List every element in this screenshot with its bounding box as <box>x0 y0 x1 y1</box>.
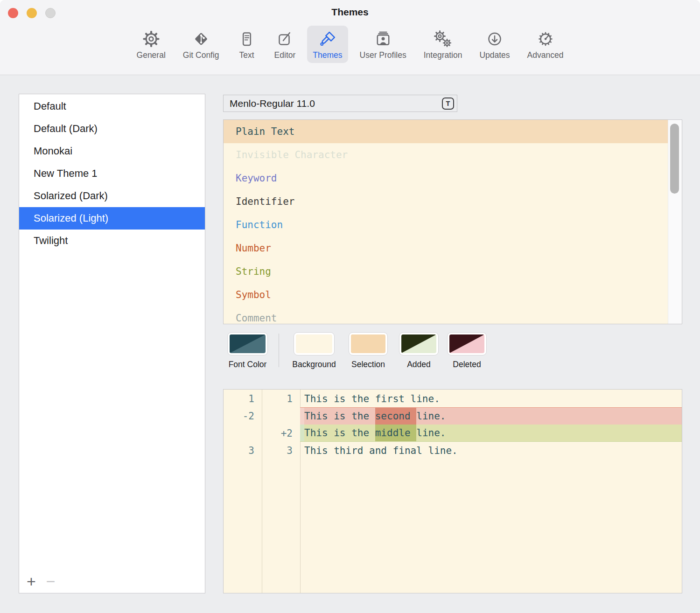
swatch-fill <box>449 334 484 353</box>
font-field[interactable]: Menlo-Regular 11.0 T <box>223 95 457 112</box>
toolbar-item-label: Text <box>239 50 254 60</box>
titlebar-toolbar: Themes General Git Config <box>0 0 700 75</box>
added-swatch[interactable] <box>399 332 439 355</box>
gears-icon <box>433 29 453 49</box>
theme-item-new-theme-1[interactable]: New Theme 1 <box>19 162 205 185</box>
theme-list-actions: + − <box>27 573 56 589</box>
token-row-plain-text[interactable]: Plain Text <box>224 120 682 143</box>
background-swatch[interactable] <box>294 332 335 355</box>
token-label: Comment <box>236 313 277 324</box>
swatch-triangle <box>230 334 266 353</box>
scrollbar-track[interactable] <box>668 120 682 324</box>
token-row-symbol[interactable]: Symbol <box>224 283 682 306</box>
deleted-swatch[interactable] <box>447 332 487 355</box>
remove-theme-button[interactable]: − <box>46 573 56 589</box>
theme-item-label: New Theme 1 <box>34 167 98 180</box>
diff-line-deleted: -2 This is the second line. <box>224 407 682 425</box>
theme-item-label: Twilight <box>34 235 68 247</box>
old-line-number <box>224 425 262 442</box>
font-color-swatch[interactable] <box>227 332 268 355</box>
theme-item-default-dark[interactable]: Default (Dark) <box>19 118 205 140</box>
diff-line-3: 3 3 This third and final line. <box>224 442 682 459</box>
theme-item-default[interactable]: Default <box>19 95 205 118</box>
token-row-keyword[interactable]: Keyword <box>224 167 682 190</box>
token-color-list: Plain Text Invisible Character Keyword I… <box>223 119 682 324</box>
diff-line-1: 1 1 This is the first line. <box>224 390 682 407</box>
diff-line-content-added: This is the middle line. <box>300 425 682 442</box>
toolbar-item-label: Updates <box>479 50 510 60</box>
add-theme-button[interactable]: + <box>27 573 36 589</box>
deleted-color-well: Deleted <box>447 332 487 369</box>
token-row-invisible-character[interactable]: Invisible Character <box>224 143 682 167</box>
toolbar-item-git-config[interactable]: Git Config <box>177 26 225 63</box>
token-label: Number <box>236 243 271 254</box>
token-label: Symbol <box>236 289 271 300</box>
toolbar-item-label: Integration <box>424 50 462 60</box>
token-row-string[interactable]: String <box>224 260 682 283</box>
change-strip <box>300 425 304 441</box>
diff-text: This third and final line. <box>300 442 458 459</box>
scrollbar-thumb[interactable] <box>670 124 679 194</box>
toolbar-item-label: User Profiles <box>360 50 406 60</box>
theme-item-label: Default <box>34 100 66 112</box>
swatch-fill <box>230 334 266 353</box>
new-line-number: +2 <box>262 425 300 442</box>
theme-list: Default Default (Dark) Monokai New Theme… <box>19 94 205 252</box>
diff-line-content: This third and final line. <box>300 442 682 459</box>
diff-preview: 1 1 This is the first line. -2 This is t… <box>223 389 682 593</box>
toolbar-item-text[interactable]: Text <box>231 26 263 63</box>
added-color-well: Added <box>399 332 439 369</box>
token-row-function[interactable]: Function <box>224 213 682 237</box>
diff-text: This is the first line. <box>300 390 440 407</box>
gear-icon <box>141 29 161 49</box>
theme-item-label: Solarized (Dark) <box>34 190 108 202</box>
theme-item-solarized-dark[interactable]: Solarized (Dark) <box>19 185 205 207</box>
theme-item-twilight[interactable]: Twilight <box>19 230 205 252</box>
theme-item-monokai[interactable]: Monokai <box>19 140 205 162</box>
selection-swatch[interactable] <box>349 332 388 355</box>
new-line-number: 3 <box>262 442 300 459</box>
theme-item-label: Default (Dark) <box>34 123 98 135</box>
swatch-triangle <box>401 334 436 353</box>
change-strip <box>300 408 304 425</box>
toolbar-item-updates[interactable]: Updates <box>474 26 515 63</box>
text-document-icon <box>237 29 257 49</box>
old-line-number: 3 <box>224 442 262 459</box>
swatch-fill <box>351 334 385 353</box>
old-line-number: 1 <box>224 390 262 407</box>
toolbar-item-editor[interactable]: Editor <box>269 26 301 63</box>
toolbar-item-themes[interactable]: Themes <box>307 26 348 63</box>
swatch-label: Deleted <box>453 360 481 369</box>
color-wells: Font Color Background Selection Added De… <box>0 332 700 376</box>
swatch-divider <box>279 334 279 367</box>
new-line-number: 1 <box>262 390 300 407</box>
preferences-window: Themes General Git Config <box>0 0 700 613</box>
old-line-number: -2 <box>224 407 262 425</box>
token-row-comment[interactable]: Comment <box>224 306 682 324</box>
swatch-label: Added <box>407 360 431 369</box>
token-label: Identifier <box>236 196 294 207</box>
font-name-value: Menlo-Regular 11.0 <box>230 98 442 109</box>
toolbar-item-label: Git Config <box>183 50 219 60</box>
toolbar-item-general[interactable]: General <box>131 26 171 63</box>
token-label: Function <box>236 219 283 230</box>
swatch-fill <box>401 334 436 353</box>
token-row-number[interactable]: Number <box>224 237 682 260</box>
font-picker-button[interactable]: T <box>442 98 454 110</box>
download-circle-icon <box>484 29 505 49</box>
diff-word-highlight: second <box>375 408 417 425</box>
theme-item-label: Monokai <box>34 145 72 157</box>
toolbar-item-integration[interactable]: Integration <box>418 26 468 63</box>
toolbar-item-label: Advanced <box>527 50 564 60</box>
preferences-toolbar: General Git Config Text <box>0 26 700 63</box>
toolbar-item-label: General <box>137 50 166 60</box>
diff-line-content-deleted: This is the second line. <box>300 407 682 425</box>
diff-text: This is the <box>304 408 375 425</box>
token-row-identifier[interactable]: Identifier <box>224 190 682 213</box>
theme-item-solarized-light[interactable]: Solarized (Light) <box>19 207 205 230</box>
paintbrush-icon <box>317 29 338 49</box>
diff-text: line. <box>416 408 446 425</box>
toolbar-item-advanced[interactable]: Advanced <box>522 26 569 63</box>
token-label: Keyword <box>236 173 277 184</box>
toolbar-item-user-profiles[interactable]: User Profiles <box>354 26 412 63</box>
